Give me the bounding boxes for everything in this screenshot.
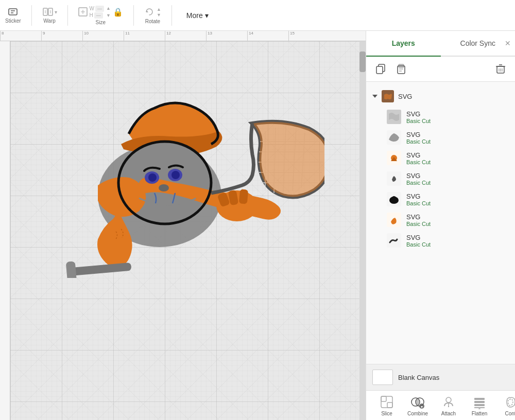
panel-toolbar xyxy=(366,57,515,82)
chevron-down-icon xyxy=(372,95,377,98)
warp-label: Warp xyxy=(43,18,56,24)
svg-point-51 xyxy=(389,197,399,204)
more-chevron-icon: ▾ xyxy=(205,11,209,20)
svg-rect-38 xyxy=(376,66,383,74)
svg-point-32 xyxy=(171,171,180,179)
top-toolbar: Sticker ▾ Warp W — xyxy=(0,0,515,31)
list-item[interactable]: SVG Basic Cut xyxy=(366,209,515,230)
canvas-wrapper[interactable] xyxy=(10,41,366,420)
blank-canvas-label: Blank Canvas xyxy=(398,374,439,381)
delete-layer-button[interactable] xyxy=(492,61,509,77)
canvas-scrollbar[interactable] xyxy=(359,41,366,420)
separator-3 xyxy=(133,5,134,26)
combine-icon: ▾ xyxy=(410,395,425,409)
svg-point-33 xyxy=(159,184,169,191)
svg-rect-53 xyxy=(381,396,386,401)
svg-rect-35 xyxy=(70,262,132,276)
ruler-tick-8: 8 xyxy=(0,31,4,41)
ruler-tick-12: 12 xyxy=(165,31,171,41)
svg-rect-54 xyxy=(387,402,392,408)
attach-label: Attach xyxy=(441,411,456,416)
layers-list: SVG SVG Basic Cut xyxy=(366,82,515,364)
sticker-tool[interactable]: Sticker xyxy=(5,7,21,24)
ruler-tick-13: 13 xyxy=(206,31,212,41)
blank-canvas-row[interactable]: Blank Canvas xyxy=(366,364,515,390)
list-item[interactable]: SVG Basic Cut xyxy=(366,148,515,168)
blank-canvas-thumbnail xyxy=(372,370,393,385)
layer-text-7: SVG Basic Cut xyxy=(406,234,431,248)
contour-label: Cont xyxy=(505,411,515,416)
tab-color-sync[interactable]: Color Sync ✕ xyxy=(441,31,516,56)
layer-text-2: SVG Basic Cut xyxy=(406,131,431,145)
contour-icon xyxy=(503,395,515,409)
combine-label: Combine xyxy=(407,411,428,416)
ruler-top: 8 9 10 11 12 13 14 15 xyxy=(0,31,366,41)
slice-tool[interactable]: Slice xyxy=(371,395,402,416)
layer-text-6: SVG Basic Cut xyxy=(406,213,431,227)
svg-rect-63 xyxy=(474,398,485,400)
mascot-image[interactable] xyxy=(36,82,324,288)
slice-label: Slice xyxy=(381,411,392,416)
layer-text-5: SVG Basic Cut xyxy=(406,192,431,206)
svg-point-60 xyxy=(446,397,451,402)
attach-icon xyxy=(441,395,456,409)
canvas-background[interactable] xyxy=(10,41,366,420)
size-label: Size xyxy=(96,20,106,25)
slice-icon xyxy=(380,395,394,409)
size-tool[interactable]: W — H — ▲ ▼ 🔒 Size xyxy=(78,6,123,25)
ruler-tick-9: 9 xyxy=(41,31,45,41)
layer-text-1: SVG Basic Cut xyxy=(406,110,431,124)
sticker-label: Sticker xyxy=(5,18,21,24)
warp-tool[interactable]: ▾ Warp xyxy=(42,7,57,24)
list-item[interactable]: SVG Basic Cut xyxy=(366,230,515,251)
contour-tool[interactable]: Cont xyxy=(495,395,515,416)
rotate-label: Rotate xyxy=(145,19,160,24)
layer-thumbnail-3 xyxy=(387,151,401,165)
paste-layer-button[interactable] xyxy=(393,61,409,77)
list-item[interactable]: SVG Basic Cut xyxy=(366,168,515,189)
canvas-area[interactable]: 8 9 10 11 12 13 14 15 xyxy=(0,31,366,420)
svg-rect-52 xyxy=(381,396,392,408)
copy-layer-button[interactable] xyxy=(372,61,389,77)
ruler-tick-10: 10 xyxy=(82,31,89,41)
bottom-toolbar: Slice ▾ Combine xyxy=(366,390,515,420)
ruler-tick-14: 14 xyxy=(247,31,253,41)
delete-icon xyxy=(495,64,506,74)
svg-rect-36 xyxy=(66,261,78,278)
copy-icon xyxy=(375,64,386,74)
sticker-icon xyxy=(8,7,18,17)
warp-icon xyxy=(42,7,54,17)
more-button[interactable]: More ▾ xyxy=(182,9,213,22)
layer-group-header[interactable]: SVG xyxy=(366,86,515,107)
attach-tool[interactable]: Attach xyxy=(433,395,464,416)
ruler-tick-11: 11 xyxy=(124,31,130,41)
paste-icon xyxy=(396,64,406,74)
size-icon xyxy=(78,7,88,16)
list-item[interactable]: SVG Basic Cut xyxy=(366,189,515,209)
flatten-label: Flatten xyxy=(472,411,488,416)
layer-text-4: SVG Basic Cut xyxy=(406,172,431,186)
layer-thumbnail-4 xyxy=(387,171,401,186)
layer-thumbnail-1 xyxy=(387,110,401,124)
list-item[interactable]: SVG Basic Cut xyxy=(366,107,515,127)
mascot-svg xyxy=(36,82,324,278)
svg-rect-0 xyxy=(9,9,17,15)
close-icon[interactable]: ✕ xyxy=(505,39,511,47)
layer-text-3: SVG Basic Cut xyxy=(406,151,431,165)
layer-thumbnail-7 xyxy=(387,233,401,248)
svg-rect-65 xyxy=(474,404,485,406)
layer-thumbnail-6 xyxy=(387,213,401,227)
ruler-tick-15: 15 xyxy=(288,31,295,41)
list-item[interactable]: SVG Basic Cut xyxy=(366,127,515,148)
svg-text:▾: ▾ xyxy=(421,405,423,409)
tab-layers[interactable]: Layers xyxy=(366,31,441,56)
more-label: More xyxy=(186,11,203,20)
combine-tool[interactable]: ▾ Combine xyxy=(402,395,433,416)
layer-group-name: SVG xyxy=(398,93,412,100)
main-area: 8 9 10 11 12 13 14 15 xyxy=(0,31,515,420)
ruler-left xyxy=(0,41,10,420)
svg-marker-67 xyxy=(477,408,482,409)
layer-thumbnail-2 xyxy=(387,130,401,145)
flatten-tool[interactable]: Flatten xyxy=(464,395,495,416)
rotate-tool[interactable]: ▲ ▼ Rotate xyxy=(144,7,161,24)
